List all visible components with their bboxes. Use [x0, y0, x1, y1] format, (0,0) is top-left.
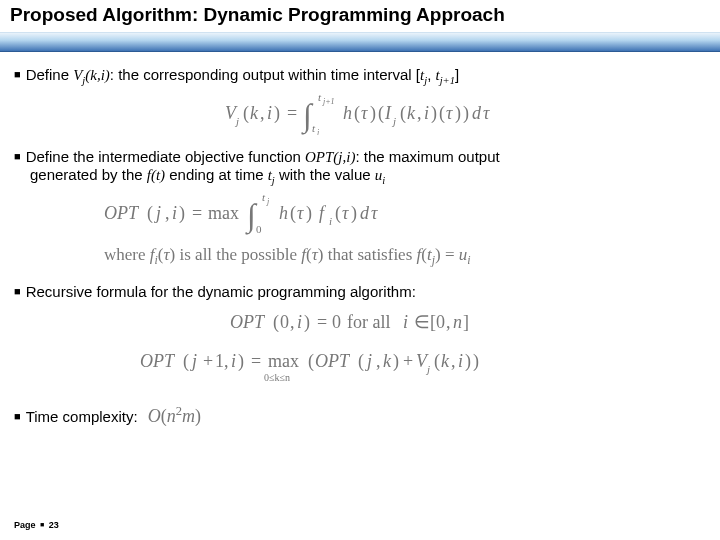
svg-text:(: (	[335, 203, 341, 224]
b2-opt: OPT(j,i)	[305, 149, 355, 165]
equation-complexity: O(n2m)	[148, 406, 201, 426]
svg-text:k: k	[441, 351, 450, 371]
svg-text:): )	[306, 203, 312, 224]
svg-text:for all: for all	[347, 312, 390, 332]
svg-text:i: i	[403, 312, 408, 332]
svg-text:τ: τ	[297, 203, 304, 223]
equation-recursive-step: OPT ( j + 1 , i ) = max 0≤k≤n ( OPT ( j …	[14, 345, 706, 392]
svg-text:(: (	[147, 203, 153, 224]
svg-text:I: I	[384, 103, 392, 123]
svg-text:d: d	[472, 103, 482, 123]
svg-text:τ: τ	[371, 203, 378, 223]
svg-text:f: f	[319, 203, 327, 223]
svg-text:n: n	[453, 312, 462, 332]
svg-text:): )	[351, 203, 357, 224]
svg-text:0: 0	[280, 312, 289, 332]
svg-text:): )	[455, 103, 461, 124]
svg-text:=: =	[251, 351, 261, 371]
svg-text:h: h	[279, 203, 288, 223]
svg-text:,: ,	[165, 203, 170, 223]
b2-ui-i: i	[382, 175, 385, 186]
svg-text:k: k	[250, 103, 259, 123]
svg-text:,: ,	[224, 351, 229, 371]
svg-text:): )	[274, 103, 280, 124]
svg-text:(: (	[183, 351, 189, 372]
bullet-square-icon: ■	[14, 285, 21, 297]
svg-text:,: ,	[446, 312, 451, 332]
svg-text:OPT: OPT	[104, 203, 140, 223]
svg-text:j: j	[266, 197, 270, 206]
svg-text:t: t	[262, 191, 266, 203]
svg-text:j: j	[154, 203, 161, 223]
b1-tj1-j: j+1	[440, 75, 455, 86]
svg-text:,: ,	[376, 351, 381, 371]
title-underline-bar	[0, 32, 720, 52]
page-footer: Page ■ 23	[14, 520, 59, 530]
svg-text:j+1: j+1	[322, 97, 335, 106]
svg-text:τ: τ	[446, 103, 453, 123]
bullet-square-icon: ■	[14, 410, 21, 422]
svg-text:(: (	[434, 351, 440, 372]
b2-line2c: with the value	[275, 166, 375, 183]
svg-text:): )	[179, 203, 185, 224]
svg-text:(: (	[439, 103, 445, 124]
svg-text:(: (	[273, 312, 279, 333]
svg-text:(: (	[358, 351, 364, 372]
svg-text:d: d	[360, 203, 370, 223]
bullet-define-vj: ■Define Vj(k,i): the corresponding outpu…	[14, 66, 706, 85]
footer-page-label: Page	[14, 520, 36, 530]
svg-text:(: (	[354, 103, 360, 124]
bullet-square-icon: ■	[14, 150, 21, 162]
svg-text:i: i	[172, 203, 177, 223]
bullet-recursive: ■Recursive formula for the dynamic progr…	[14, 283, 706, 302]
bullet-complexity: ■Time complexity: O(n2m)	[14, 405, 706, 428]
bullet-square-icon: ■	[40, 521, 44, 528]
svg-text:): )	[304, 312, 310, 333]
svg-text:max: max	[208, 203, 239, 223]
svg-text:j: j	[190, 351, 197, 371]
footer-page-number: 23	[49, 520, 59, 530]
svg-text:=: =	[317, 312, 327, 332]
equation-vj-integral: V j ( k , i ) = ∫ t j+1 t j h ( τ )	[14, 89, 706, 140]
svg-text:,: ,	[417, 103, 422, 123]
svg-text:): )	[473, 351, 479, 372]
b1-vj-args: (k,i)	[85, 67, 110, 83]
svg-text:t: t	[312, 122, 316, 134]
slide: Proposed Algorithm: Dynamic Programming …	[0, 4, 720, 540]
svg-text:j: j	[391, 115, 396, 127]
svg-text:t: t	[318, 91, 322, 103]
svg-text:OPT: OPT	[140, 351, 176, 371]
svg-text:(: (	[378, 103, 384, 124]
svg-text:,: ,	[260, 103, 265, 123]
svg-text:OPT: OPT	[315, 351, 351, 371]
svg-text:+: +	[203, 351, 213, 371]
b1-text-mid: : the corresponding output within time i…	[110, 66, 420, 83]
svg-text:i: i	[231, 351, 236, 371]
svg-text:OPT: OPT	[230, 312, 266, 332]
svg-text:0: 0	[256, 223, 262, 235]
svg-text:h: h	[343, 103, 352, 123]
bullet-define-opt: ■Define the intermediate objective funct…	[14, 148, 706, 186]
svg-text:j: j	[316, 128, 320, 135]
svg-text:]: ]	[463, 312, 469, 332]
b4-text: Time complexity:	[26, 408, 138, 425]
equation-opt-max: OPT ( j , i ) = max ∫ t j 0 h ( τ ) f	[104, 187, 706, 242]
b2-line2a: generated by the	[30, 166, 147, 183]
svg-text:k: k	[383, 351, 392, 371]
b2-mid: : the maximum output	[355, 148, 499, 165]
svg-text:j: j	[365, 351, 372, 371]
svg-text:=: =	[192, 203, 202, 223]
svg-text:i: i	[329, 215, 332, 227]
svg-text:i: i	[424, 103, 429, 123]
svg-text:): )	[465, 351, 471, 372]
svg-text:∈: ∈	[414, 312, 430, 332]
slide-body: ■Define Vj(k,i): the corresponding outpu…	[0, 52, 720, 428]
svg-text:): )	[393, 351, 399, 372]
svg-text:max: max	[268, 351, 299, 371]
equation-opt-where: where fi(τ) is all the possible f(τ) tha…	[104, 244, 706, 265]
svg-text:i: i	[297, 312, 302, 332]
svg-text:): )	[463, 103, 469, 124]
bullet-square-icon: ■	[14, 68, 21, 80]
slide-title: Proposed Algorithm: Dynamic Programming …	[10, 4, 720, 26]
b2-ft: f(t)	[147, 167, 165, 183]
